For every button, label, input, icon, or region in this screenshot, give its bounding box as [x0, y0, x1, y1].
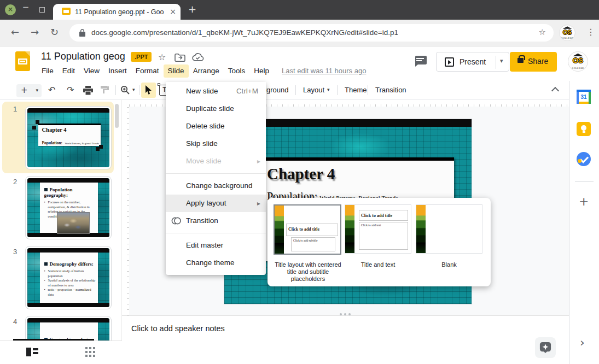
view-switcher-bar [0, 340, 122, 364]
share-button[interactable]: Share [510, 52, 557, 72]
zoom-dropdown-icon[interactable]: ▾ [132, 87, 135, 92]
address-bar[interactable]: docs.google.com/presentation/d/1_qbeKM-j… [69, 24, 554, 42]
reload-icon[interactable]: ↻ [50, 26, 59, 38]
thumb-bullet: Statistical study of human population [44, 269, 96, 278]
browser-profile-avatar[interactable]: OS COLLEGE [559, 25, 575, 41]
menu-insert[interactable]: Insert [104, 64, 131, 78]
slide-thumbnail-3[interactable]: Demography differs: Statistical study of… [25, 246, 112, 309]
browser-toolbar: ← → ↻ docs.google.com/presentation/d/1_q… [0, 20, 599, 46]
slide-top-bar [27, 318, 109, 322]
menu-item-edit-master[interactable]: Edit master [166, 237, 266, 254]
side-panel-divider [575, 181, 594, 182]
menu-item-transition[interactable]: Transition [166, 212, 266, 230]
speaker-notes-placeholder[interactable]: Click to add speaker notes [131, 324, 225, 333]
speaker-notes-panel[interactable]: Click to add speaker notes [122, 315, 569, 364]
tab-close-icon[interactable]: × [170, 7, 176, 16]
slides-favicon [62, 8, 71, 15]
slide-thumbnail-4[interactable]: Geographic analysis... [25, 316, 112, 340]
slides-logo-icon[interactable] [15, 51, 30, 71]
new-tab-button[interactable]: + [188, 3, 196, 15]
slide-title-text[interactable]: Chapter 4 [267, 165, 454, 183]
menu-slide[interactable]: Slide [164, 64, 189, 78]
google-tasks-icon[interactable] [577, 152, 591, 166]
menu-item-change-theme[interactable]: Change theme [166, 254, 266, 272]
ppt-badge: .PPT [131, 52, 152, 62]
filmstrip-view-icon[interactable] [26, 348, 38, 356]
present-dropdown-icon[interactable]: ▾ [500, 57, 503, 64]
submenu-arrow-icon: ▸ [257, 195, 260, 212]
menu-item-new-slide[interactable]: New slide Ctrl+M [166, 83, 266, 100]
comment-icon[interactable] [413, 54, 427, 67]
menu-item-apply-layout[interactable]: Apply layout ▸ [166, 195, 266, 212]
menu-item-change-background[interactable]: Change background [166, 177, 266, 195]
forward-icon[interactable]: → [31, 26, 39, 38]
browser-menu-icon[interactable]: ⋮ [586, 27, 595, 37]
menu-item-delete-slide[interactable]: Delete slide [166, 118, 266, 135]
explore-button[interactable] [535, 337, 556, 358]
title-placeholder: Click to add title [286, 224, 338, 236]
cloud-saved-icon[interactable] [191, 53, 204, 62]
menu-item-move-slide: Move slide ▸ [166, 152, 266, 170]
side-panel: 31 + › [569, 81, 599, 364]
menu-help[interactable]: Help [249, 64, 274, 78]
last-edit-link[interactable]: Last edit was 11 hours ago [282, 67, 366, 75]
move-folder-icon[interactable] [175, 53, 185, 62]
chevron-down-icon[interactable]: ▾ [36, 87, 38, 93]
menu-arrange[interactable]: Arrange [189, 64, 224, 78]
slide-top-bar [27, 248, 109, 253]
layout-stripe [416, 205, 426, 253]
transition-button[interactable]: Transition [375, 86, 406, 94]
add-addon-icon[interactable]: + [579, 195, 589, 208]
theme-button[interactable]: Theme [345, 86, 367, 94]
layout-dropdown-icon[interactable]: ▾ [327, 87, 330, 92]
bookmark-star-icon[interactable]: ☆ [539, 27, 546, 37]
toolbar-divider [337, 85, 338, 95]
collapse-toolbar-icon[interactable] [551, 87, 559, 95]
select-tool-button[interactable] [141, 83, 156, 98]
zoom-icon[interactable] [120, 85, 130, 95]
decor-square [32, 126, 36, 130]
layout-button[interactable]: Layout [303, 86, 324, 94]
present-icon [445, 57, 454, 67]
new-slide-button[interactable]: + ▾ [16, 84, 42, 97]
window-maximize-button[interactable] [39, 7, 45, 13]
thumb-title: Demography differs: [50, 261, 94, 267]
notes-resize-handle[interactable] [340, 313, 351, 315]
menu-item-skip-slide[interactable]: Skip slide [166, 135, 266, 152]
menu-edit[interactable]: Edit [58, 64, 79, 78]
layout-option-blank[interactable] [416, 204, 482, 254]
window-close-button[interactable]: × [5, 4, 16, 15]
star-document-icon[interactable]: ☆ [158, 52, 166, 62]
google-calendar-icon[interactable]: 31 [577, 90, 591, 104]
app-header: 11 Population geog .PPT ☆ File Edit View… [0, 46, 599, 81]
browser-tab[interactable]: 11 Population geog.ppt - Goo × [53, 4, 181, 20]
slide-thumbnail-2[interactable]: Population geography: Focuses on the num… [25, 176, 112, 239]
layout-option-title-and-text[interactable]: Click to add title Click to add text [345, 204, 411, 254]
menu-file[interactable]: File [37, 64, 58, 78]
redo-icon[interactable]: ↷ [67, 85, 74, 95]
handle [158, 83, 160, 86]
expand-panel-icon[interactable]: › [580, 336, 585, 349]
window-minimize-button[interactable]: − [21, 2, 31, 12]
slide-thumbnail-1[interactable]: Chapter 4 Population: World Patterns, Re… [25, 106, 112, 169]
decor-square [36, 120, 39, 124]
back-icon[interactable]: ← [11, 26, 19, 38]
print-icon[interactable] [83, 86, 93, 95]
slide-number: 1 [13, 105, 17, 113]
slide-top-bar [27, 178, 109, 183]
menu-format[interactable]: Format [131, 64, 164, 78]
subtitle-placeholder: Click to add subtitle [291, 237, 335, 251]
menu-item-duplicate-slide[interactable]: Duplicate slide [166, 100, 266, 118]
present-button[interactable]: Present ▾ [436, 52, 509, 72]
filmstrip-scrollbar[interactable] [115, 104, 119, 128]
menu-view[interactable]: View [79, 64, 104, 78]
grid-view-icon[interactable] [85, 347, 95, 357]
account-avatar[interactable]: OS COLLEGE [568, 51, 588, 72]
layout-option-title-centered[interactable]: Click to add title Click to add subtitle [274, 204, 341, 255]
undo-icon[interactable]: ↶ [48, 85, 55, 95]
document-title[interactable]: 11 Population geog [41, 51, 125, 62]
slide-bottom-bar [27, 303, 109, 307]
google-keep-icon[interactable] [577, 122, 591, 136]
menu-tools[interactable]: Tools [224, 64, 250, 78]
paint-format-icon[interactable] [101, 86, 109, 95]
